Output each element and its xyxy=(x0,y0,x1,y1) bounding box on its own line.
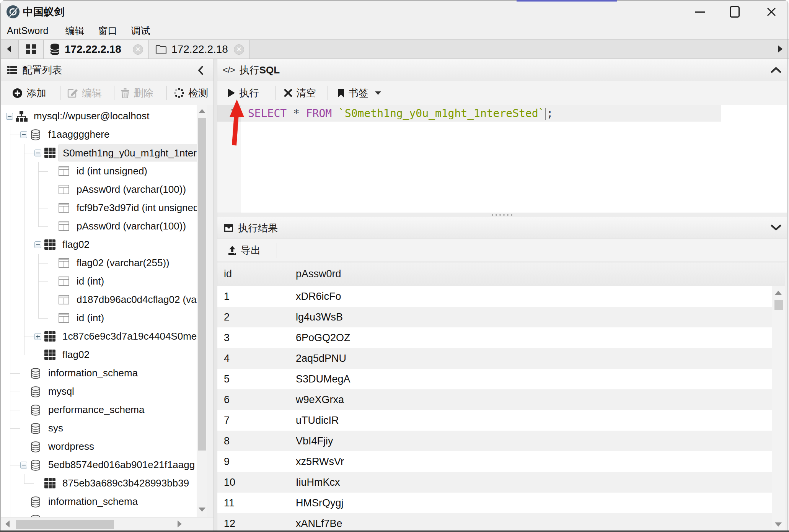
table-row[interactable]: 6w9eXGrxa xyxy=(217,389,772,410)
tree-item[interactable]: sys xyxy=(1,419,197,438)
tab-scroll-right-button[interactable] xyxy=(774,41,787,57)
window-left-edge xyxy=(0,0,1,532)
tab-scroll-left-button[interactable] xyxy=(2,41,15,57)
menu-edit[interactable]: 编辑 xyxy=(64,24,86,37)
caret-down-icon xyxy=(375,91,381,95)
tree-item[interactable]: performance_schema xyxy=(1,401,197,419)
results-vertical-scrollbar[interactable] xyxy=(772,286,785,532)
table-row[interactable]: 2lg4u3WsB xyxy=(217,307,772,327)
delete-button[interactable]: 删除 xyxy=(121,86,153,100)
table-row[interactable]: 9xz5RWsVr xyxy=(217,451,772,472)
table-cell: uTUdicIR xyxy=(289,410,772,431)
database-icon xyxy=(30,129,41,141)
sql-code-line[interactable]: SELECT * FROM `S0meth1ng_y0u_m1ght_1nter… xyxy=(248,105,553,122)
tree-collapse-expander[interactable] xyxy=(20,462,27,469)
table-row[interactable]: 8VbI4Fjiy xyxy=(217,431,772,451)
tab-home-grid[interactable] xyxy=(18,40,44,59)
panel-splitter[interactable] xyxy=(214,59,217,532)
table-row[interactable]: 1xDR6icFo xyxy=(217,286,772,307)
tree-item[interactable]: pAssw0rd (varchar(100)) xyxy=(1,217,197,236)
tree-item[interactable]: mysql://wpuser@localhost xyxy=(1,107,197,125)
add-button[interactable]: 添加 xyxy=(12,86,46,100)
tree-item-label: pAssw0rd (varchar(100)) xyxy=(77,217,186,236)
table-row[interactable]: 36PoGQ2OZ xyxy=(217,327,772,348)
tree-item[interactable]: flag02 (varchar(255)) xyxy=(1,254,197,272)
menu-window[interactable]: 窗口 xyxy=(96,24,119,37)
tree-expand-expander[interactable] xyxy=(34,333,41,340)
folder-icon xyxy=(155,44,167,54)
tab-close-icon[interactable]: ✕ xyxy=(234,44,244,55)
sql-editor[interactable]: 1 SELECT * FROM `S0meth1ng_y0u_m1ght_1nt… xyxy=(217,105,787,213)
tree-item-label: 5edb8574ed016ab901e21f1aagg xyxy=(48,456,195,474)
scrollbar-thumb[interactable] xyxy=(16,520,114,529)
tree-item[interactable]: mysql xyxy=(1,382,197,401)
scrollbar-thumb[interactable] xyxy=(198,118,206,451)
table-row[interactable]: 10IiuHmKcx xyxy=(217,472,772,493)
bookmark-button[interactable]: 书签 xyxy=(337,86,381,100)
collapse-sql-panel-button[interactable] xyxy=(768,63,784,76)
tree-item[interactable]: wordpress xyxy=(1,438,197,456)
sql-token-plain xyxy=(287,107,293,120)
menu-antsword[interactable]: AntSword xyxy=(5,25,50,36)
tree-item[interactable]: 5edb8574ed016ab901e21f1aagg xyxy=(1,456,197,474)
tree-collapse-expander[interactable] xyxy=(6,113,13,120)
scroll-down-icon[interactable] xyxy=(199,508,205,512)
table-row[interactable]: 42aq5dPNU xyxy=(217,348,772,369)
tree-item[interactable]: id (int) xyxy=(1,272,197,291)
tree-horizontal-scrollbar[interactable] xyxy=(1,517,214,531)
table-cell: HMSrQygj xyxy=(289,493,772,513)
tab-files-172-22-2-18[interactable]: 172.22.2.18 ✕ xyxy=(149,40,250,59)
scroll-up-icon[interactable] xyxy=(199,109,205,113)
check-button[interactable]: 检测 xyxy=(174,86,208,100)
close-button[interactable] xyxy=(759,3,784,21)
tab-database-172-22-2-18[interactable]: 172.22.2.18 ✕ xyxy=(43,40,149,59)
scroll-right-icon[interactable] xyxy=(178,521,182,527)
clear-button[interactable]: 清空 xyxy=(284,86,316,100)
tree-guide-stub xyxy=(38,300,48,300)
column-header-pAssw0rd[interactable]: pAssw0rd xyxy=(289,262,772,286)
minimize-button[interactable] xyxy=(688,3,712,21)
tree-item[interactable]: pAssw0rd (varchar(100)) xyxy=(1,181,197,199)
collapse-results-panel-button[interactable] xyxy=(768,221,784,234)
table-cell: xANLf7Be xyxy=(289,513,772,532)
tree-item[interactable]: 875eb3a689c3b428993bb39 xyxy=(1,474,197,493)
run-button[interactable]: 执行 xyxy=(228,86,259,100)
tree-item[interactable]: id (int) xyxy=(1,309,197,327)
tree-item[interactable]: d187db96ac0d4cflag02 (va xyxy=(1,291,197,309)
collapse-left-panel-button[interactable] xyxy=(193,64,208,76)
tree-item-label: sys xyxy=(48,419,63,438)
check-label: 检测 xyxy=(188,86,208,100)
tree-collapse-expander[interactable] xyxy=(34,241,41,248)
database-icon-wrap xyxy=(30,404,41,416)
scroll-up-icon[interactable] xyxy=(775,291,782,295)
tree-item[interactable]: information_schema xyxy=(1,493,197,511)
tree-item[interactable]: information_schema xyxy=(1,364,197,382)
tree-item[interactable] xyxy=(1,511,197,517)
tree-item[interactable]: flag02 xyxy=(1,346,197,364)
editor-results-splitter[interactable] xyxy=(217,213,787,217)
table-row[interactable]: 12xANLf7Be xyxy=(217,513,772,532)
menu-debug[interactable]: 调试 xyxy=(129,24,152,37)
scroll-left-icon[interactable] xyxy=(5,521,10,527)
table-row[interactable]: 7uTUdicIR xyxy=(217,410,772,431)
column-icon xyxy=(58,166,70,177)
edit-button[interactable]: 编辑 xyxy=(67,86,102,100)
tree-item[interactable]: S0meth1ng_y0u_m1ght_1ntereSted xyxy=(1,144,197,162)
scrollbar-thumb[interactable] xyxy=(774,300,783,310)
export-button[interactable]: 导出 xyxy=(228,244,261,257)
tree-vertical-scrollbar[interactable] xyxy=(197,105,207,517)
scroll-down-icon[interactable] xyxy=(775,522,782,527)
table-row[interactable]: 5S3DUMegA xyxy=(217,369,772,389)
tab-close-icon[interactable]: ✕ xyxy=(133,44,143,55)
column-header-id[interactable]: id xyxy=(217,262,289,286)
tree-collapse-expander[interactable] xyxy=(20,131,27,138)
tree-item[interactable]: id (int unsigned) xyxy=(1,162,197,181)
tree-item[interactable]: 1c87c6e9c3d7a19c4404S0met xyxy=(1,327,197,346)
tree-item[interactable]: f1aagggghere xyxy=(1,125,197,144)
tree-item[interactable]: fcf9b7e3d97id (int unsigned) xyxy=(1,199,197,217)
tree-collapse-expander[interactable] xyxy=(34,150,41,156)
maximize-button[interactable] xyxy=(722,3,747,21)
table-row[interactable]: 11HMSrQygj xyxy=(217,493,772,513)
tree-item[interactable]: flag02 xyxy=(1,236,197,254)
chevron-right-icon xyxy=(778,46,782,52)
